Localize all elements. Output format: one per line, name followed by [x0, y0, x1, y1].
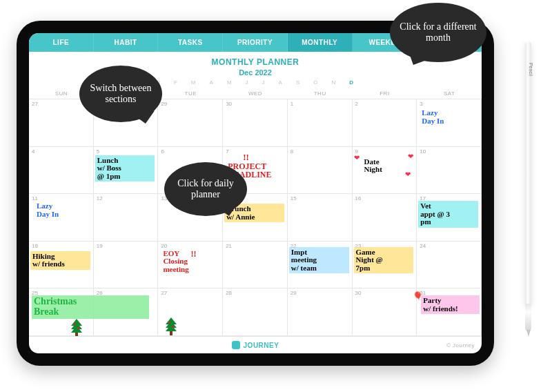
day-number: 7 — [226, 148, 228, 155]
tree-icon — [70, 319, 83, 334]
day-number: 27 — [161, 290, 167, 296]
day-cell[interactable]: 11 Lazy Day In — [29, 194, 94, 242]
entry-hiking: Hiking w/ friends — [30, 251, 90, 270]
annotation-bubble-different-month: Click for a different month — [390, 3, 486, 62]
entry-game-night: Game Night @ 7pm — [354, 247, 414, 274]
month-letter-current[interactable]: D — [349, 79, 353, 86]
day-number: 2 — [355, 101, 358, 107]
bubble-text: Click for daily planner — [174, 178, 237, 200]
day-cell[interactable]: 19 — [94, 242, 159, 289]
day-number: 28 — [226, 290, 232, 296]
month-letter[interactable]: O — [313, 79, 317, 86]
day-cell[interactable]: 4 — [29, 147, 94, 195]
entry-lazy-day: Lazy Day In — [420, 108, 446, 126]
annotation-bubble-daily-planner: Click for daily planner — [164, 162, 247, 216]
bubble-text: Switch between sections — [89, 83, 152, 105]
day-number: 10 — [420, 148, 426, 155]
heart-icon: ❤ — [405, 170, 411, 178]
heart-icon: ❤ — [354, 154, 359, 161]
day-cell[interactable]: 25 Christmas Break — [29, 288, 94, 336]
dayname: WED — [223, 88, 288, 99]
day-number: 19 — [97, 243, 103, 249]
month-letter[interactable]: N — [331, 79, 335, 86]
dayname: FRI — [353, 88, 417, 99]
day-cell[interactable]: 17 Vet appt @ 3 pm — [417, 194, 482, 242]
annotation-bubble-switch-sections: Switch between sections — [79, 66, 162, 122]
day-number: 4 — [32, 148, 34, 155]
day-cell[interactable]: 1 — [288, 99, 353, 147]
day-number: 24 — [420, 243, 426, 249]
month-letter[interactable]: M — [191, 79, 196, 86]
day-number: 27 — [32, 101, 38, 107]
day-cell[interactable]: 31 🎈 Party w/ friends! — [417, 288, 482, 336]
tab-life[interactable]: LIFE — [29, 33, 94, 52]
copyright-text: © Journey — [446, 342, 475, 349]
entry-lazy-day: Lazy Day In — [34, 201, 61, 219]
tree-icon — [165, 317, 177, 333]
day-cell[interactable]: 5 Lunch w/ Boss @ 1pm — [94, 147, 159, 195]
day-number: 15 — [290, 195, 297, 202]
day-cell[interactable]: 10 — [417, 147, 482, 195]
day-cell[interactable]: 24 — [417, 242, 482, 289]
day-cell[interactable]: 2 — [353, 99, 417, 147]
day-number: 21 — [226, 243, 232, 249]
entry-vet-appt: Vet appt @ 3 pm — [418, 201, 478, 228]
entry-eoy-meeting: EOY Closing meeting — [161, 248, 190, 275]
day-cell[interactable]: 30 — [223, 99, 288, 147]
month-letter[interactable]: S — [296, 79, 299, 86]
dayname: THU — [288, 88, 353, 99]
month-letter[interactable]: F — [174, 79, 177, 86]
day-number: 1 — [290, 101, 293, 107]
day-number: 29 — [161, 101, 167, 107]
entry-lunch-boss: Lunch w/ Boss @ 1pm — [95, 155, 155, 182]
tab-priority[interactable]: PRIORITY — [223, 33, 288, 52]
month-letter[interactable]: J — [262, 79, 265, 86]
day-number: 26 — [97, 290, 103, 296]
tab-monthly[interactable]: MONTHLY — [288, 33, 353, 52]
apple-pencil — [522, 41, 534, 331]
day-cell[interactable]: 18 Hiking w/ friends — [29, 242, 94, 289]
day-cell[interactable]: 30 — [353, 288, 417, 336]
day-cell[interactable]: 20 EOY Closing meeting !! — [158, 242, 223, 289]
month-letter[interactable]: J — [246, 79, 248, 86]
month-letter[interactable]: A — [279, 79, 282, 86]
entry-eoy-marks: !! — [188, 248, 198, 260]
day-cell[interactable]: 12 — [94, 194, 159, 242]
entry-impt-meeting: Impt meeting w/ team — [289, 247, 349, 274]
day-number: 8 — [290, 148, 293, 155]
bubble-text: Click for a different month — [400, 21, 477, 43]
day-number: 18 — [32, 243, 38, 249]
day-cell[interactable]: 15 — [288, 194, 353, 242]
ipad-frame: LIFE HABIT TASKS PRIORITY MONTHLY WEEKLY… — [17, 21, 494, 366]
day-cell[interactable]: 3 Lazy Day In — [417, 99, 482, 147]
day-cell[interactable]: 29 — [288, 288, 353, 336]
calendar-grid: 27 28 29 30 1 2 3 Lazy Day In 4 5 Lunch … — [29, 99, 482, 336]
pencil-label: Pencil — [529, 63, 533, 76]
dayname: TUE — [158, 88, 223, 99]
day-number: 3 — [420, 101, 422, 107]
day-cell[interactable]: 27 — [158, 288, 223, 336]
tab-tasks[interactable]: TASKS — [158, 33, 223, 52]
day-cell[interactable]: 16 — [353, 194, 417, 242]
day-cell[interactable]: 29 — [158, 99, 223, 147]
app-footer: JOURNEY © Journey — [29, 336, 482, 353]
day-number: 16 — [355, 195, 362, 202]
day-cell[interactable]: 9 ❤ ❤ ❤ Date Night — [353, 147, 417, 195]
journey-logo-icon — [232, 341, 240, 349]
day-cell[interactable]: 23 Game Night @ 7pm — [353, 242, 417, 289]
month-letter[interactable]: M — [227, 79, 232, 86]
day-cell[interactable]: 28 — [223, 288, 288, 336]
day-number: 6 — [161, 148, 164, 155]
tab-habit[interactable]: HABIT — [94, 33, 159, 52]
day-cell[interactable]: 21 — [223, 242, 288, 289]
dayname: SAT — [417, 88, 482, 99]
month-letter[interactable]: A — [210, 79, 213, 86]
day-cell[interactable]: 26 — [94, 288, 159, 336]
day-cell[interactable]: 8 — [288, 147, 353, 195]
day-number: 5 — [97, 148, 99, 155]
brand-name: JOURNEY — [244, 342, 279, 349]
entry-date-night: Date Night — [362, 157, 384, 175]
heart-icon: ❤ — [408, 153, 413, 160]
day-number: 12 — [97, 195, 103, 202]
day-cell[interactable]: 22 Impt meeting w/ team — [288, 242, 353, 289]
